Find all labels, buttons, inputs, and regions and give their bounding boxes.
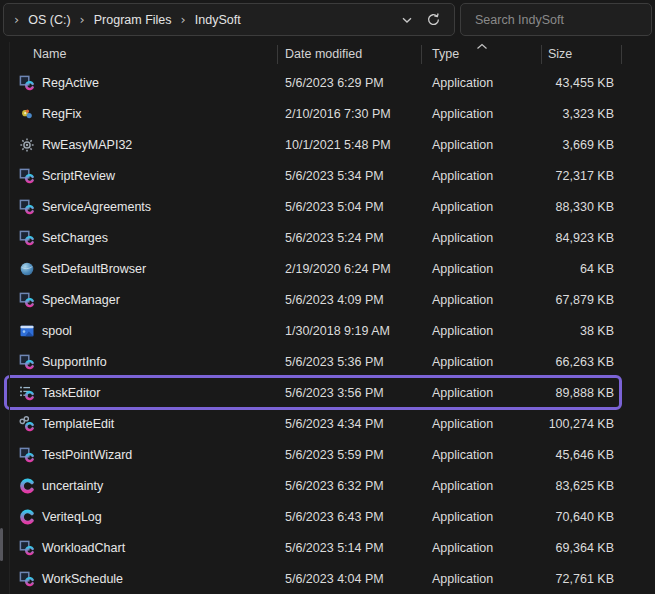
file-row[interactable]: RwEasyMAPI32 10/1/2021 5:48 PM Applicati… xyxy=(0,129,655,160)
address-bar[interactable]: ›OS (C:)›Program Files›IndySoft xyxy=(3,3,455,36)
file-type: Application xyxy=(422,355,542,369)
file-explorer-window: ›OS (C:)›Program Files›IndySoft Name Dat… xyxy=(0,0,655,594)
file-row[interactable]: uncertainty 5/6/2023 6:32 PM Application… xyxy=(0,470,655,501)
file-row[interactable]: ScriptReview 5/6/2023 5:34 PM Applicatio… xyxy=(0,160,655,191)
file-type: Application xyxy=(422,386,542,400)
scrollbar-thumb[interactable] xyxy=(0,528,3,561)
list-app-icon xyxy=(19,385,35,401)
file-row[interactable]: spool 1/30/2018 9:19 AM Application 38 K… xyxy=(0,315,655,346)
file-date-modified: 5/6/2023 5:59 PM xyxy=(278,448,422,462)
breadcrumb-item[interactable]: IndySoft xyxy=(188,11,248,29)
file-type: Application xyxy=(422,572,542,586)
file-type: Application xyxy=(422,417,542,431)
file-size: 45,646 KB xyxy=(542,448,622,462)
file-name: uncertainty xyxy=(42,479,103,493)
gear-gray-icon xyxy=(19,137,35,153)
indysoft-app-icon xyxy=(19,540,35,556)
file-type: Application xyxy=(422,510,542,524)
file-date-modified: 5/6/2023 4:09 PM xyxy=(278,293,422,307)
file-type: Application xyxy=(422,169,542,183)
column-header-name[interactable]: Name xyxy=(0,45,278,64)
indysoft-app-icon xyxy=(19,292,35,308)
file-row[interactable]: RegActive 5/6/2023 6:29 PM Application 4… xyxy=(0,67,655,98)
file-name: VeriteqLog xyxy=(42,510,102,524)
breadcrumb-chevron-icon[interactable]: › xyxy=(78,13,87,26)
file-type: Application xyxy=(422,231,542,245)
file-name: SpecManager xyxy=(42,293,120,307)
file-name: SupportInfo xyxy=(42,355,107,369)
file-size: 38 KB xyxy=(542,324,622,338)
file-row[interactable]: RegFix 2/10/2016 7:30 PM Application 3,3… xyxy=(0,98,655,129)
file-type: Application xyxy=(422,541,542,555)
file-row[interactable]: VeriteqLog 5/6/2023 6:43 PM Application … xyxy=(0,501,655,532)
breadcrumb: ›OS (C:)›Program Files›IndySoft xyxy=(12,11,394,29)
indysoft-app-icon xyxy=(19,75,35,91)
file-size: 43,455 KB xyxy=(542,76,622,90)
indysoft-app-icon xyxy=(19,447,35,463)
search-box xyxy=(460,3,652,36)
file-size: 88,330 KB xyxy=(542,200,622,214)
file-date-modified: 5/6/2023 4:04 PM xyxy=(278,572,422,586)
breadcrumb-chevron-icon[interactable]: › xyxy=(179,13,188,26)
file-size: 3,669 KB xyxy=(542,138,622,152)
file-name: RegFix xyxy=(42,107,82,121)
file-date-modified: 5/6/2023 6:43 PM xyxy=(278,510,422,524)
file-row[interactable]: ServiceAgreements 5/6/2023 5:04 PM Appli… xyxy=(0,191,655,222)
file-date-modified: 10/1/2021 5:48 PM xyxy=(278,138,422,152)
file-row[interactable]: SetCharges 5/6/2023 5:24 PM Application … xyxy=(0,222,655,253)
file-date-modified: 5/6/2023 5:24 PM xyxy=(278,231,422,245)
file-size: 100,274 KB xyxy=(542,417,622,431)
sort-ascending-icon[interactable] xyxy=(476,43,488,50)
file-date-modified: 2/19/2020 6:24 PM xyxy=(278,262,422,276)
file-size: 66,263 KB xyxy=(542,355,622,369)
breadcrumb-item[interactable]: Program Files xyxy=(87,11,179,29)
address-dropdown-icon[interactable] xyxy=(394,7,420,33)
refresh-icon[interactable] xyxy=(420,7,446,33)
file-type: Application xyxy=(422,200,542,214)
swirl-app-icon xyxy=(19,478,35,494)
indysoft-app-icon xyxy=(19,571,35,587)
indysoft-app-icon xyxy=(19,199,35,215)
indysoft-app-icon xyxy=(19,168,35,184)
file-type: Application xyxy=(422,138,542,152)
file-date-modified: 5/6/2023 5:36 PM xyxy=(278,355,422,369)
file-row[interactable]: TaskEditor 5/6/2023 3:56 PM Application … xyxy=(0,377,655,408)
indysoft-app-icon xyxy=(19,354,35,370)
toolbar: ›OS (C:)›Program Files›IndySoft xyxy=(0,0,655,40)
file-name: spool xyxy=(42,324,72,338)
file-row[interactable]: SpecManager 5/6/2023 4:09 PM Application… xyxy=(0,284,655,315)
breadcrumb-item[interactable]: OS (C:) xyxy=(21,11,77,29)
file-size: 64 KB xyxy=(542,262,622,276)
column-header-date-modified[interactable]: Date modified xyxy=(278,45,422,64)
file-name: ServiceAgreements xyxy=(42,200,151,214)
file-row[interactable]: TemplateEdit 5/6/2023 4:34 PM Applicatio… xyxy=(0,408,655,439)
file-size: 67,879 KB xyxy=(542,293,622,307)
file-row[interactable]: TestPointWizard 5/6/2023 5:59 PM Applica… xyxy=(0,439,655,470)
file-date-modified: 5/6/2023 5:14 PM xyxy=(278,541,422,555)
indysoft-app-icon xyxy=(19,230,35,246)
file-row[interactable]: WorkloadChart 5/6/2023 5:14 PM Applicati… xyxy=(0,532,655,563)
file-name: TestPointWizard xyxy=(42,448,132,462)
file-type: Application xyxy=(422,293,542,307)
file-size: 69,364 KB xyxy=(542,541,622,555)
file-row[interactable]: SupportInfo 5/6/2023 5:36 PM Application… xyxy=(0,346,655,377)
link-app-icon xyxy=(19,416,35,432)
file-name: SetCharges xyxy=(42,231,108,245)
breadcrumb-chevron-icon[interactable]: › xyxy=(12,13,21,26)
file-date-modified: 1/30/2018 9:19 AM xyxy=(278,324,422,338)
file-date-modified: 2/10/2016 7:30 PM xyxy=(278,107,422,121)
window-icon xyxy=(19,323,35,339)
file-row[interactable]: WorkSchedule 5/6/2023 4:04 PM Applicatio… xyxy=(0,563,655,594)
file-size: 84,923 KB xyxy=(542,231,622,245)
file-row[interactable]: SetDefaultBrowser 2/19/2020 6:24 PM Appl… xyxy=(0,253,655,284)
file-list: RegActive 5/6/2023 6:29 PM Application 4… xyxy=(0,67,655,594)
file-date-modified: 5/6/2023 3:56 PM xyxy=(278,386,422,400)
file-date-modified: 5/6/2023 4:34 PM xyxy=(278,417,422,431)
search-input[interactable] xyxy=(473,12,639,28)
file-date-modified: 5/6/2023 5:34 PM xyxy=(278,169,422,183)
file-name: WorkSchedule xyxy=(42,572,123,586)
file-name: RwEasyMAPI32 xyxy=(42,138,132,152)
file-name: TaskEditor xyxy=(42,386,100,400)
file-type: Application xyxy=(422,324,542,338)
column-header-size[interactable]: Size xyxy=(542,45,622,64)
